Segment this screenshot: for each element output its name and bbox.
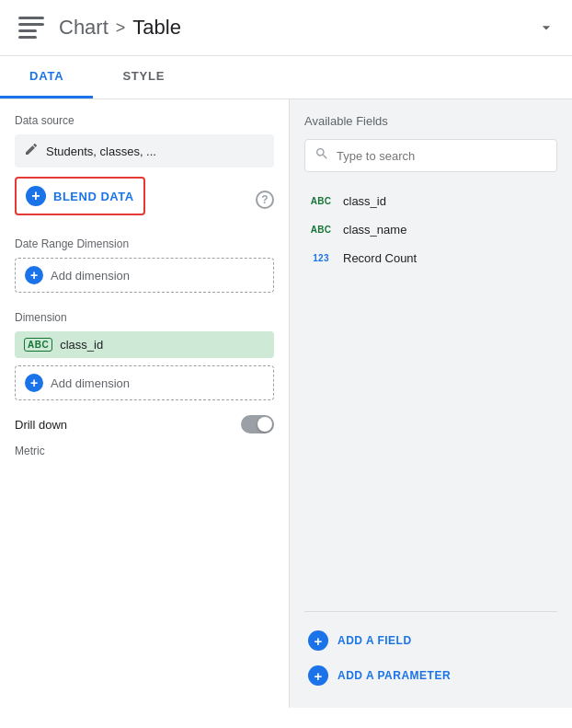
tabs-bar: DATA STYLE [0, 56, 572, 99]
add-field-plus-icon: + [308, 630, 328, 651]
abc-badge: ABC [24, 338, 52, 352]
add-dim2-plus-icon: + [25, 374, 43, 392]
pencil-icon [24, 142, 39, 160]
toggle-thumb [257, 417, 272, 432]
dimension-section: Dimension ABC class_id + Add dimension [15, 311, 274, 400]
add-date-dimension-label: Add dimension [51, 269, 130, 283]
tab-style[interactable]: STYLE [93, 56, 194, 98]
blend-plus-icon: + [26, 186, 46, 206]
chevron-down-icon[interactable] [535, 17, 557, 39]
field-name-class-id: class_id [343, 194, 386, 208]
dimension-chip[interactable]: ABC class_id [15, 331, 274, 358]
breadcrumb-table: Table [132, 16, 181, 40]
data-source-row[interactable]: Students, classes, ... [15, 134, 274, 168]
blend-data-row: + BLEND DATA ? [15, 177, 274, 223]
available-fields-label: Available Fields [304, 114, 557, 128]
add-parameter-button[interactable]: + ADD A PARAMETER [304, 658, 557, 693]
field-type-badge-abc-2: ABC [308, 225, 334, 235]
dimension-chip-name: class_id [60, 338, 103, 352]
search-box [304, 139, 557, 172]
dimension-label: Dimension [15, 311, 274, 324]
add-field-button[interactable]: + ADD A FIELD [304, 623, 557, 658]
main-content: Data source Students, classes, ... + BLE… [0, 99, 572, 708]
data-source-value: Students, classes, ... [46, 144, 156, 158]
data-source-label: Data source [15, 114, 274, 127]
add-dim-plus-icon: + [25, 266, 43, 284]
add-dimension-label: Add dimension [51, 376, 130, 390]
left-panel: Data source Students, classes, ... + BLE… [0, 99, 290, 708]
header-left: Chart > Table [15, 11, 181, 44]
drill-down-label: Drill down [15, 418, 67, 432]
add-dimension-button[interactable]: + Add dimension [15, 365, 274, 400]
breadcrumb-chart: Chart [59, 16, 109, 40]
bottom-actions: + ADD A FIELD + ADD A PARAMETER [304, 611, 557, 693]
drill-down-row: Drill down [15, 415, 274, 433]
field-item-class-name[interactable]: ABC class_name [304, 215, 557, 244]
breadcrumb-separator: > [116, 18, 126, 38]
add-param-plus-icon: + [308, 665, 328, 686]
field-name-class-name: class_name [343, 223, 406, 237]
search-input[interactable] [337, 149, 547, 163]
metric-section-label: Metric [15, 445, 274, 457]
field-item-class-id[interactable]: ABC class_id [304, 187, 557, 215]
header: Chart > Table [0, 0, 572, 56]
field-name-record-count: Record Count [343, 251, 417, 265]
breadcrumb: Chart > Table [59, 16, 181, 40]
field-list: ABC class_id ABC class_name 123 Record C… [304, 187, 557, 611]
blend-data-label: BLEND DATA [53, 190, 134, 203]
date-range-section: Date Range Dimension + Add dimension [15, 237, 274, 293]
add-parameter-label: ADD A PARAMETER [337, 669, 451, 682]
help-icon[interactable]: ? [256, 191, 274, 209]
chart-icon [15, 11, 48, 44]
field-type-badge-123: 123 [308, 253, 334, 263]
field-type-badge-abc-1: ABC [308, 196, 334, 206]
blend-data-button[interactable]: + BLEND DATA [15, 177, 145, 215]
add-date-dimension-button[interactable]: + Add dimension [15, 258, 274, 293]
tab-data[interactable]: DATA [0, 56, 93, 98]
date-range-label: Date Range Dimension [15, 237, 274, 250]
search-icon [315, 146, 329, 165]
field-item-record-count[interactable]: 123 Record Count [304, 244, 557, 272]
right-panel: Available Fields ABC class_id ABC class_… [290, 99, 572, 708]
drill-down-toggle[interactable] [241, 415, 274, 433]
add-field-label: ADD A FIELD [337, 634, 412, 647]
